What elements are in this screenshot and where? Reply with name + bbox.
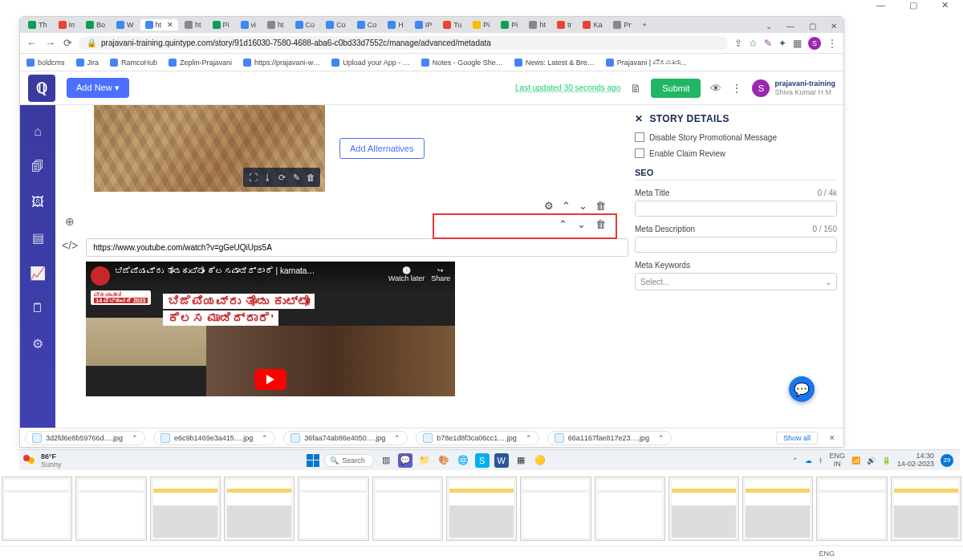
thumbnail[interactable]	[2, 477, 72, 541]
browser-tab[interactable]: ht✕	[140, 19, 179, 30]
bookmark-item[interactable]: RamcoHub	[110, 59, 157, 67]
close-tab-icon[interactable]: ✕	[167, 21, 173, 29]
browser-tab[interactable]: Bo	[81, 19, 110, 30]
submit-button[interactable]: Submit	[651, 79, 701, 98]
media-icon[interactable]: 🖼	[30, 195, 45, 209]
thumbnail[interactable]	[668, 477, 739, 541]
browser-tab[interactable]: Tu	[438, 19, 466, 30]
chevron-up-icon[interactable]: ⌃	[132, 434, 138, 442]
chevron-up-icon[interactable]: ⌃	[526, 434, 532, 442]
bookmark-item[interactable]: Jira	[76, 59, 100, 67]
settings-icon[interactable]: ⚙	[30, 336, 45, 351]
embed-url-input[interactable]	[86, 238, 628, 257]
browser-tab[interactable]: Ka	[578, 19, 607, 30]
browser-tab[interactable]: Pi	[496, 19, 522, 30]
volume-icon[interactable]: 🔊	[867, 457, 876, 465]
edge-icon[interactable]: 🌐	[456, 453, 470, 468]
hero-image[interactable]: ⛶⭳⟳✎🗑	[94, 105, 325, 192]
cms-logo[interactable]: ℚ	[28, 75, 55, 102]
browser-tab[interactable]: Pi	[208, 19, 234, 30]
notification-badge[interactable]: 29	[941, 454, 953, 467]
thumbnail[interactable]	[372, 477, 443, 541]
share-icon[interactable]: ⇪	[734, 38, 742, 49]
watch-later-icon[interactable]: 🕓Watch later	[388, 266, 425, 282]
download-item[interactable]: 36faa74ab86e4050….jpg⌃	[283, 431, 408, 445]
outer-min-icon[interactable]: —	[876, 0, 885, 10]
browser-tab[interactable]: Pi	[468, 19, 494, 30]
browser-tab[interactable]: Th	[23, 19, 52, 30]
explorer-icon[interactable]: 📁	[417, 453, 432, 468]
back-icon[interactable]: ←	[26, 37, 37, 49]
address-bar[interactable]: 🔒 prajavani-training.quintype.com/story/…	[79, 36, 728, 50]
add-alternatives-button[interactable]: Add Alternatives	[339, 138, 425, 159]
paint-icon[interactable]: 🎨	[437, 453, 451, 468]
browser-tab[interactable]: IP	[410, 19, 437, 30]
show-all-downloads[interactable]: Show all	[776, 432, 818, 444]
thumbnail[interactable]	[224, 477, 295, 541]
browser-tab[interactable]: Co	[352, 19, 382, 30]
user-chip[interactable]: S prajavani-training Shiva Kumar H M	[752, 79, 835, 97]
browser-max-icon[interactable]: ▢	[809, 22, 816, 30]
forward-icon[interactable]: →	[45, 37, 55, 49]
add-block-icon[interactable]: ⊕	[65, 215, 75, 228]
apps-icon[interactable]: ▦	[793, 38, 802, 49]
content-icon[interactable]: 🗐	[30, 160, 45, 174]
start-icon[interactable]	[307, 454, 319, 467]
preview-icon[interactable]: 👁	[710, 82, 721, 95]
browser-tab[interactable]: vi	[236, 19, 262, 30]
weather-widget[interactable]: 86°FSunny	[26, 452, 62, 469]
app-icon[interactable]: ▦	[514, 453, 528, 468]
menu-icon[interactable]: ⋮	[827, 38, 837, 49]
bookmark-item[interactable]: Notes - Google She…	[421, 59, 503, 67]
share-video-icon[interactable]: ↪Share	[431, 266, 450, 282]
download-icon[interactable]: ⭳	[261, 171, 274, 184]
browser-chevron-icon[interactable]: ⌄	[766, 22, 772, 30]
bookmark-item[interactable]: Upload your App - …	[331, 59, 410, 67]
notes-icon[interactable]: 🗒	[30, 301, 45, 315]
chevron-up-icon[interactable]: ⌃	[394, 434, 400, 442]
reload-icon[interactable]: ⟳	[63, 37, 72, 49]
outer-close-icon[interactable]: ✕	[941, 0, 949, 10]
pages-icon[interactable]: ▤	[30, 230, 45, 245]
skype-icon[interactable]: S	[475, 453, 490, 468]
card-delete-icon[interactable]: 🗑	[595, 200, 606, 212]
bookmark-item[interactable]: Prajavani | ಪ್ರಜಾವಾ…	[606, 59, 687, 67]
taskbar-search[interactable]: 🔍Search	[324, 454, 374, 467]
browser-tab[interactable]: Co	[321, 19, 351, 30]
download-item[interactable]: 3d2fd6e8b59766d….jpg⌃	[25, 431, 145, 445]
chat-icon[interactable]: 💬	[398, 453, 412, 468]
profile-avatar[interactable]: S	[808, 37, 821, 50]
browser-tab[interactable]: Pr	[608, 19, 636, 30]
thumbnail[interactable]	[816, 477, 887, 541]
chat-fab[interactable]: 💬	[789, 376, 815, 402]
thumbnail[interactable]	[742, 477, 813, 541]
video-preview[interactable]: ಪ್ರಜಾವಾಣಿ 14 ಫೆಬ್ರುವರಿ 2023 ಬಿಜೆಪಿಯವ್ರು …	[86, 262, 455, 396]
browser-tab[interactable]: ht	[180, 19, 206, 30]
meta-keywords-select[interactable]: Select...⌄	[635, 273, 837, 290]
browser-tab[interactable]: H	[383, 19, 408, 30]
meta-desc-input[interactable]	[635, 237, 837, 253]
outer-max-icon[interactable]: ▢	[909, 0, 917, 10]
close-panel-icon[interactable]: ✕	[635, 113, 643, 124]
browser-tab[interactable]: Co	[291, 19, 320, 30]
checkbox-icon[interactable]	[635, 148, 644, 158]
bookmark-item[interactable]: boldcms	[26, 59, 65, 67]
bookmark-item[interactable]: Zeplin-Prajavani	[169, 59, 232, 67]
fullscreen-icon[interactable]: ⛶	[246, 171, 259, 184]
thumbnail[interactable]	[75, 477, 146, 541]
browser-close-icon[interactable]: ✕	[831, 22, 837, 30]
wifi-icon[interactable]: 📶	[851, 457, 860, 465]
more-icon[interactable]: ⋮	[731, 82, 742, 95]
language-indicator[interactable]: ENGIN	[829, 452, 845, 469]
task-view-icon[interactable]: ▥	[379, 453, 393, 468]
chevron-up-icon[interactable]: ⌃	[658, 434, 664, 442]
thumbnail[interactable]	[446, 477, 517, 541]
battery-icon[interactable]: 🔋	[882, 457, 891, 465]
onedrive-icon[interactable]: ☁	[805, 457, 812, 465]
refresh-icon[interactable]: ⟳	[275, 171, 288, 184]
meta-title-input[interactable]	[635, 201, 837, 217]
thumbnail[interactable]	[891, 477, 961, 541]
download-item[interactable]: 66a1167fae817e23….jpg⌃	[547, 431, 672, 445]
bookmark-item[interactable]: https://prajavani-w…	[243, 59, 320, 67]
home-icon[interactable]: ⌂	[30, 124, 45, 139]
